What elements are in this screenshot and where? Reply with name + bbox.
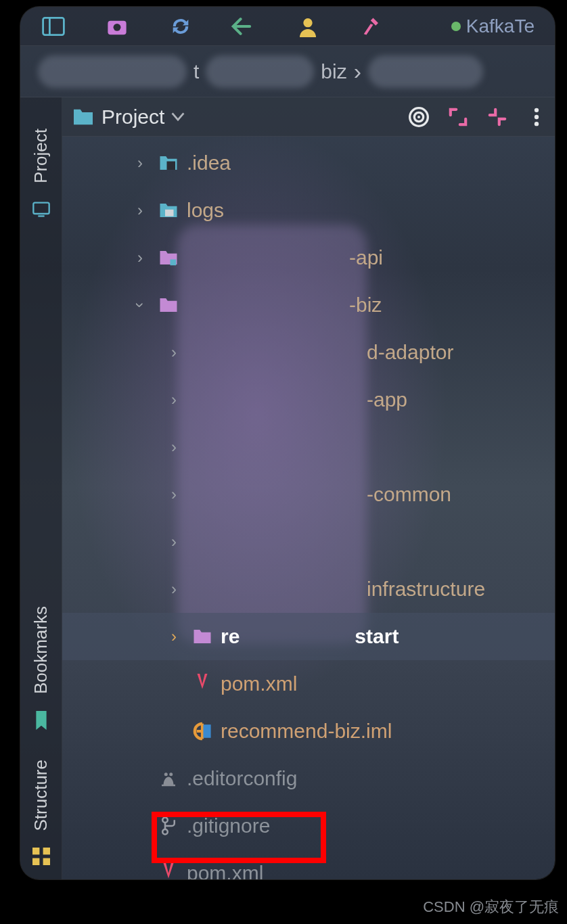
layout-icon[interactable] bbox=[41, 14, 66, 39]
chevron-right-icon[interactable]: › bbox=[164, 390, 184, 409]
idea-folder-icon bbox=[157, 152, 180, 175]
folder-icon bbox=[72, 108, 95, 126]
tree-item-blank1[interactable]: › bbox=[62, 423, 555, 471]
rail-structure[interactable]: Structure bbox=[30, 753, 51, 838]
svg-rect-9 bbox=[43, 848, 49, 854]
breadcrumb-part[interactable]: biz bbox=[321, 60, 346, 83]
user-icon[interactable] bbox=[295, 14, 321, 39]
undo-icon[interactable] bbox=[231, 14, 257, 39]
bookmark-icon[interactable] bbox=[32, 711, 51, 730]
tree-label: -app bbox=[367, 388, 407, 411]
left-tool-rail: Project Bookmarks Structure bbox=[20, 97, 62, 879]
chevron-right-icon[interactable]: › bbox=[130, 248, 150, 267]
tree-item-editorconfig[interactable]: .editorconfig bbox=[62, 755, 555, 802]
tree-item-pom-biz[interactable]: pom.xml bbox=[62, 660, 555, 708]
camera-icon[interactable] bbox=[104, 14, 130, 39]
tree-label: -biz bbox=[349, 294, 382, 317]
top-toolbar: KafkaTe bbox=[20, 7, 555, 46]
expand-icon[interactable] bbox=[447, 106, 470, 129]
more-icon[interactable] bbox=[525, 106, 548, 129]
chevron-right-icon[interactable]: › bbox=[164, 438, 184, 457]
run-config-label[interactable]: KafkaTe bbox=[451, 16, 535, 37]
rail-project[interactable]: Project bbox=[30, 122, 51, 190]
breadcrumb-bar: t biz › bbox=[20, 46, 555, 97]
collapse-icon[interactable] bbox=[486, 106, 509, 129]
tree-item-iml[interactable]: recommend-biz.iml bbox=[62, 708, 555, 755]
svg-rect-21 bbox=[203, 724, 210, 738]
svg-rect-0 bbox=[43, 18, 64, 34]
main-area: Project Bookmarks Structure bbox=[20, 97, 555, 879]
tree-label: recommend-biz.iml bbox=[221, 720, 392, 743]
tree-label: .idea bbox=[187, 152, 231, 175]
maven-icon bbox=[191, 672, 214, 695]
editorconfig-icon bbox=[157, 767, 180, 790]
chevron-down-icon bbox=[171, 112, 185, 122]
gitignore-icon bbox=[157, 814, 180, 837]
chevron-right-icon[interactable]: › bbox=[164, 343, 184, 362]
tree-item-pom-root[interactable]: pom.xml bbox=[62, 850, 555, 879]
svg-point-5 bbox=[451, 22, 461, 31]
module-folder-icon bbox=[157, 246, 180, 269]
svg-point-22 bbox=[164, 772, 168, 776]
tree-label: d-adaptor bbox=[367, 341, 453, 364]
svg-rect-10 bbox=[32, 858, 39, 865]
folder-icon bbox=[157, 199, 180, 222]
svg-rect-19 bbox=[165, 210, 174, 216]
maven-icon bbox=[157, 862, 180, 879]
panel-title[interactable]: Project bbox=[72, 106, 185, 129]
chevron-down-icon[interactable]: › bbox=[131, 295, 150, 315]
svg-point-3 bbox=[114, 23, 121, 30]
tree-item-logs[interactable]: › logs bbox=[62, 187, 555, 234]
tree-item-blank2[interactable]: › bbox=[62, 518, 555, 565]
tree-item-adaptor[interactable]: › d-adaptor bbox=[62, 329, 555, 376]
breadcrumb-blur bbox=[368, 55, 483, 88]
tree-item-infra[interactable]: › infrastructure bbox=[62, 565, 555, 613]
project-panel: Project bbox=[62, 97, 555, 879]
ide-window: KafkaTe t biz › Project Bookmarks bbox=[20, 7, 555, 879]
breadcrumb-blur bbox=[38, 55, 187, 88]
svg-point-16 bbox=[535, 114, 539, 118]
chevron-right-icon[interactable]: › bbox=[164, 485, 184, 504]
svg-rect-20 bbox=[171, 260, 177, 266]
tree-item-idea[interactable]: › .idea bbox=[62, 139, 555, 187]
breadcrumb-part[interactable]: t bbox=[194, 60, 199, 83]
tree-label: start bbox=[355, 625, 399, 648]
tree-item-common[interactable]: › -common bbox=[62, 471, 555, 518]
module-folder-icon bbox=[157, 294, 180, 317]
tree-item-gitignore[interactable]: .gitignore bbox=[62, 802, 555, 850]
tree-label: -common bbox=[367, 483, 451, 506]
breadcrumb-separator: › bbox=[354, 58, 361, 85]
target-icon[interactable] bbox=[407, 106, 430, 129]
project-tree[interactable]: › .idea › logs › bbox=[62, 137, 555, 879]
tree-item-start[interactable]: › re start bbox=[62, 613, 555, 660]
chevron-right-icon[interactable]: › bbox=[164, 580, 184, 599]
svg-rect-6 bbox=[33, 203, 49, 214]
tree-item-app[interactable]: › -app bbox=[62, 376, 555, 423]
hammer-icon[interactable] bbox=[359, 14, 384, 39]
svg-rect-11 bbox=[43, 858, 49, 865]
monitor-icon[interactable] bbox=[32, 200, 51, 218]
svg-point-17 bbox=[535, 122, 539, 126]
tree-label: logs bbox=[187, 199, 224, 222]
tree-label: .editorconfig bbox=[187, 767, 297, 790]
tree-item-api[interactable]: › -api bbox=[62, 234, 555, 281]
svg-rect-18 bbox=[167, 162, 176, 170]
chevron-right-icon[interactable]: › bbox=[130, 201, 150, 220]
svg-point-25 bbox=[162, 829, 168, 835]
structure-icon[interactable] bbox=[32, 847, 51, 866]
iml-icon bbox=[191, 720, 214, 743]
rail-bookmarks[interactable]: Bookmarks bbox=[30, 599, 51, 701]
breadcrumb-blur bbox=[206, 55, 314, 88]
chevron-right-icon[interactable]: › bbox=[164, 627, 184, 646]
svg-point-14 bbox=[417, 116, 420, 118]
tree-label: re bbox=[221, 625, 240, 648]
chevron-right-icon[interactable]: › bbox=[130, 154, 150, 172]
tree-item-biz[interactable]: › -biz bbox=[62, 281, 555, 329]
tree-label: -api bbox=[349, 246, 383, 269]
sync-icon[interactable] bbox=[168, 14, 194, 39]
chevron-right-icon[interactable]: › bbox=[164, 532, 184, 551]
svg-point-23 bbox=[169, 772, 173, 776]
project-panel-header: Project bbox=[62, 97, 555, 137]
watermark: CSDN @寂夜了无痕 bbox=[423, 897, 559, 917]
tree-label: pom.xml bbox=[187, 862, 263, 879]
